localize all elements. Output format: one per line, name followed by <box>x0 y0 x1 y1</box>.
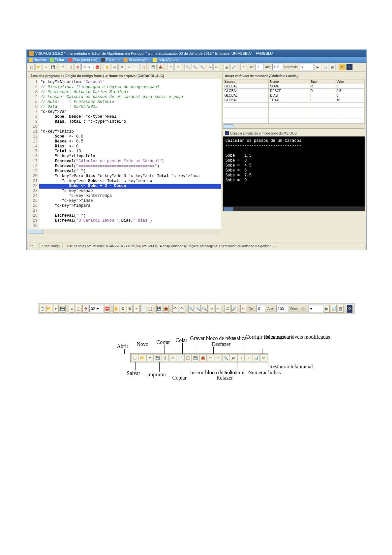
cut-icon: ✂ <box>169 354 176 361</box>
status-pos: 9:1 <box>27 243 38 249</box>
menu-manutencao[interactable]: Manutenção <box>124 58 149 62</box>
label-imprimir: Imprimir <box>147 372 166 378</box>
gear-icon[interactable]: ⚙ <box>111 64 118 70</box>
hand-icon[interactable]: ✋ <box>104 64 110 70</box>
de-field[interactable]: 0 <box>256 64 263 70</box>
menubar: Arquivo Editar Run (executar) Exportar M… <box>27 57 366 63</box>
code-panel-header: Área dos programas ( Edição do código fo… <box>28 73 221 79</box>
insertblock-icon[interactable]: 📥 <box>163 305 169 313</box>
restore-icon[interactable]: ⟳ <box>347 305 353 313</box>
menu-exportar[interactable]: Exportar <box>101 58 120 62</box>
outdent-icon[interactable]: ⇤ <box>215 305 221 313</box>
table-row: GLOBALSOBER9 <box>223 84 364 89</box>
run-icon[interactable]: ▶ <box>315 64 321 70</box>
pointer-icon[interactable]: ↖ <box>240 305 246 313</box>
h-scrollbar[interactable] <box>28 229 221 234</box>
exit-icon[interactable]: ⎋ <box>346 64 353 70</box>
paste2-icon[interactable]: 📋 <box>140 64 147 70</box>
run-icon[interactable]: ▶ <box>324 305 330 313</box>
vars-panel: Áreas variáveis de memória (Globais e Lo… <box>223 73 365 129</box>
cut-icon[interactable]: ✂ <box>126 64 132 70</box>
find2-icon[interactable]: 🔍 <box>192 64 198 70</box>
de-label: De: <box>247 307 256 311</box>
save-icon[interactable]: 💾 <box>60 305 66 313</box>
ate-field[interactable]: 100 <box>276 305 288 312</box>
replace-icon[interactable]: 🔍 <box>202 305 208 313</box>
redo-icon[interactable]: ↷ <box>174 64 181 70</box>
numerate-icon: ≡ <box>245 354 252 361</box>
grid-icon[interactable]: ▦ <box>338 305 344 313</box>
restore-icon[interactable]: ⟳ <box>339 64 346 70</box>
label-colar: Colar <box>176 337 188 343</box>
label-restaurar: Restaurar tela inicial <box>269 364 296 370</box>
print-icon[interactable]: 🖨 <box>225 305 230 313</box>
vars-icon[interactable]: 📊 <box>322 64 328 70</box>
pointer-icon[interactable]: ↖ <box>240 64 247 70</box>
indent-icon[interactable]: ⇥ <box>206 64 213 70</box>
gear2-icon[interactable]: ⚙ <box>118 64 125 70</box>
indent-icon[interactable]: ⇥ <box>209 305 215 313</box>
preview-icon[interactable]: 🔎 <box>230 64 237 70</box>
console-scrollbar[interactable] <box>223 206 365 211</box>
saveblock-icon[interactable]: 💾 <box>150 64 157 70</box>
console-panel: Console simulando o modo texto do MS-DOS… <box>223 130 365 211</box>
paste-icon[interactable]: 📋 <box>76 305 82 313</box>
menu-arquivo[interactable]: Arquivo <box>29 58 46 62</box>
paste-icon[interactable]: 📋 <box>67 64 74 70</box>
find-icon[interactable]: 🔍 <box>188 305 194 313</box>
find2-icon[interactable]: 🔍 <box>195 305 201 313</box>
find-icon[interactable]: 🔍 <box>184 64 191 70</box>
label-substituir: Substituir <box>225 370 245 376</box>
undo-icon[interactable]: ↶ <box>172 305 178 313</box>
table-row: GLOBALDIASI6 <box>223 93 364 98</box>
copy-icon[interactable]: 📄 <box>140 305 146 313</box>
open-icon[interactable]: 📂 <box>46 305 52 313</box>
numerate-icon[interactable]: ≡ <box>69 305 75 313</box>
dropdown-icon[interactable]: ▾ <box>53 305 59 313</box>
vars-icon[interactable]: 📊 <box>331 305 337 313</box>
preview-icon[interactable]: 🔎 <box>231 305 237 313</box>
grid-icon[interactable]: ▦ <box>329 64 336 70</box>
table-row <box>223 103 364 108</box>
undo-icon[interactable]: ↶ <box>167 64 174 70</box>
menu-editar[interactable]: Editar <box>50 58 64 62</box>
decimais-combo[interactable]: ▾ <box>309 305 323 312</box>
hand-icon[interactable]: ✋ <box>113 305 119 313</box>
save-icon[interactable]: 💾 <box>50 64 56 70</box>
cut-icon[interactable]: ✂ <box>134 305 139 313</box>
workspace: Área dos programas ( Edição do código fo… <box>27 72 366 235</box>
vars-scrollbar[interactable] <box>223 124 365 128</box>
stop-icon[interactable]: ⛔ <box>94 64 101 70</box>
timer-icon[interactable]: ◔ <box>74 64 81 70</box>
open-icon[interactable]: 📂 <box>35 64 42 70</box>
menu-run[interactable]: Run (executar) <box>68 58 97 62</box>
timer-icon[interactable]: ◔ <box>82 305 88 313</box>
replace-icon[interactable]: 🔍 <box>199 64 205 70</box>
restore-icon: ⟳ <box>260 354 267 361</box>
label-copiar: Copiar <box>172 375 187 381</box>
outdent-icon[interactable]: ⇤ <box>213 64 220 70</box>
insertblock-icon[interactable]: 📥 <box>157 64 164 70</box>
new-icon[interactable]: ▢ <box>28 64 35 70</box>
zoom-combo[interactable]: 02 : ▾ <box>81 64 93 70</box>
code-body[interactable]: 1 2 3 4 5 6 7 8 9 10 11 12 13 14 15 16 1… <box>28 79 221 229</box>
numerate-icon[interactable]: ≡ <box>60 64 66 70</box>
de-field[interactable]: 0 <box>256 305 265 312</box>
paste2-icon[interactable]: 📋 <box>147 305 153 313</box>
saveblock-icon[interactable]: 💾 <box>156 305 162 313</box>
gear2-icon[interactable]: ⚙ <box>127 305 133 313</box>
ate-field[interactable]: 100 <box>272 64 282 70</box>
zoom-combo[interactable]: 02 : ▾ <box>89 305 103 312</box>
gear-icon[interactable]: ⚙ <box>120 305 126 313</box>
code-lines[interactable]: "c-key">Algoritmo "Caracol"// Disciplina… <box>39 79 221 229</box>
redo-icon[interactable]: ↷ <box>179 305 185 313</box>
print-icon[interactable]: 🖨 <box>223 64 230 70</box>
decimais-label: Decimais: <box>283 65 299 69</box>
dropdown-icon[interactable]: ▾ <box>43 64 49 70</box>
menu-help[interactable]: Help (Ajuda) <box>153 58 178 62</box>
copy-icon[interactable]: 📄 <box>133 64 139 70</box>
new-icon[interactable]: ▢ <box>40 305 45 313</box>
console-header-text: Console simulando o modo texto do MS-DOS <box>230 132 297 135</box>
stop-icon[interactable]: ⛔ <box>104 305 110 313</box>
decimais-combo[interactable]: ▾ <box>300 64 314 70</box>
